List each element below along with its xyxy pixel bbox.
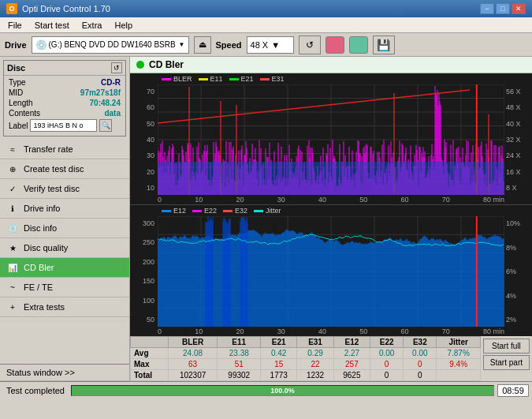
disc-info-icon: 💿 xyxy=(6,222,19,234)
legend-e22: E22 xyxy=(204,207,217,215)
extra-tests-label: Extra tests xyxy=(24,302,65,312)
create-test-disc-icon: ⊕ xyxy=(6,163,19,175)
chart2-yaxis-right: 10%8%6%4%2% xyxy=(504,216,532,327)
menu-file[interactable]: File xyxy=(3,20,27,31)
verify-test-disc-label: Verify test disc xyxy=(24,184,80,193)
menu-help[interactable]: Help xyxy=(110,20,137,31)
extra-tests-icon: + xyxy=(6,301,19,313)
legend-e12: E12 xyxy=(173,207,186,215)
legend-jitter: Jitter xyxy=(266,207,281,215)
stats-row-max: Max 635115 222570 09.4% xyxy=(131,359,481,370)
chart1-canvas xyxy=(158,84,504,195)
chart1-wrapper: BLER E11 E21 E31 xyxy=(130,73,532,205)
charts-container: BLER E11 E21 E31 xyxy=(130,73,532,336)
status-window-button[interactable]: Status window >> xyxy=(0,364,129,381)
refresh-button[interactable]: ↺ xyxy=(299,36,321,54)
disc-refresh-button[interactable]: ↺ xyxy=(111,62,122,73)
status-message: Test completed xyxy=(3,386,68,395)
eject-button[interactable]: ⏏ xyxy=(194,36,211,54)
drive-bar: Drive 💿 (G:) BENQ DVD DD DW1640 BSRB ▼ ⏏… xyxy=(0,33,532,57)
status-window-label: Status window >> xyxy=(6,368,75,377)
disc-length-key: Length xyxy=(9,99,33,107)
legend-e32: E32 xyxy=(235,207,247,215)
transfer-rate-icon: ≈ xyxy=(6,143,19,155)
maximize-button[interactable]: □ xyxy=(496,3,510,14)
disc-mid-key: MID xyxy=(9,88,23,97)
sidebar-item-cd-bler[interactable]: 📊 CD Bler xyxy=(0,258,129,278)
minimize-button[interactable]: − xyxy=(480,3,494,14)
legend-bler: BLER xyxy=(173,75,192,83)
drive-label: Drive xyxy=(5,40,27,50)
sidebar-item-disc-info[interactable]: 💿 Disc info xyxy=(0,219,129,238)
create-test-disc-label: Create test disc xyxy=(24,164,84,174)
chart2-yaxis: 30025020015010050 xyxy=(130,216,158,327)
stats-row-total: Total 102307993021773 123296250 0 xyxy=(131,370,481,381)
start-part-button[interactable]: Start part xyxy=(483,355,530,370)
stats-table: BLER E11 E21 E31 E12 E22 E32 Jitter Avg xyxy=(130,336,481,381)
disc-quality-icon: ★ xyxy=(6,241,19,254)
sidebar: Disc ↺ Type CD-R MID 97m27s18f Length 70… xyxy=(0,57,130,381)
disc-quality-label: Disc quality xyxy=(24,243,68,253)
app-icon: O xyxy=(6,3,17,14)
fe-te-label: FE / TE xyxy=(24,282,53,292)
drive-info-icon: ℹ xyxy=(6,202,19,215)
disc-type-key: Type xyxy=(9,78,26,87)
chart2-xaxis: 01020304050607080 min xyxy=(130,327,532,336)
color-button-2[interactable] xyxy=(349,36,368,54)
content-area: CD Bler BLER E11 E21 xyxy=(130,57,532,381)
col-header-e11: E11 xyxy=(218,337,261,348)
chart1-yaxis-right: 56 X48 X40 X32 X24 X16 X8 X xyxy=(504,84,532,195)
disc-panel: Disc ↺ Type CD-R MID 97m27s18f Length 70… xyxy=(3,60,126,137)
speed-value: 48 X xyxy=(251,40,269,50)
progress-fill: 100.0% xyxy=(72,386,493,395)
drive-select[interactable]: 💿 (G:) BENQ DVD DD DW1640 BSRB ▼ xyxy=(32,36,189,54)
disc-mid-value: 97m27s18f xyxy=(80,88,121,97)
cd-bler-icon: 📊 xyxy=(6,261,19,274)
close-button[interactable]: ✕ xyxy=(512,3,526,14)
stats-area: BLER E11 E21 E31 E12 E22 E32 Jitter Avg xyxy=(130,336,532,381)
start-full-button[interactable]: Start full xyxy=(483,339,530,354)
chevron-down-icon: ▼ xyxy=(179,41,185,48)
chart1-legend: BLER E11 E21 E31 xyxy=(130,73,532,84)
progress-text: 100.0% xyxy=(270,387,295,395)
chart1-yaxis: 70605040302010 xyxy=(130,84,158,195)
chart-indicator xyxy=(136,61,144,69)
disc-contents-value: data xyxy=(104,109,121,118)
drive-select-text: (G:) BENQ DVD DD DW1640 BSRB xyxy=(49,40,177,49)
col-header-empty xyxy=(131,337,169,348)
disc-panel-title: Disc xyxy=(7,63,25,73)
col-header-jitter: Jitter xyxy=(437,337,480,348)
drive-icon: 💿 xyxy=(35,39,47,51)
speed-chevron-icon: ▼ xyxy=(271,40,280,50)
sidebar-item-verify-test-disc[interactable]: ✓ Verify test disc xyxy=(0,179,129,199)
transfer-rate-label: Transfer rate xyxy=(24,144,73,154)
menu-bar: File Start test Extra Help xyxy=(0,17,532,33)
sidebar-item-disc-quality[interactable]: ★ Disc quality xyxy=(0,238,129,258)
time-display: 08:59 xyxy=(497,384,529,397)
menu-extra[interactable]: Extra xyxy=(77,20,107,31)
color-button-1[interactable] xyxy=(326,36,344,54)
sidebar-item-extra-tests[interactable]: + Extra tests xyxy=(0,297,129,317)
chart2-legend: E12 E22 E32 Jitter xyxy=(130,205,532,216)
speed-select[interactable]: 48 X ▼ xyxy=(247,36,294,54)
disc-contents-key: Contents xyxy=(9,109,40,118)
save-button[interactable]: 💾 xyxy=(373,36,395,54)
col-header-e22: E22 xyxy=(370,337,404,348)
fe-te-icon: ~ xyxy=(6,281,19,294)
menu-start-test[interactable]: Start test xyxy=(30,20,74,31)
col-header-e21: E21 xyxy=(261,337,297,348)
disc-type-value: CD-R xyxy=(101,78,121,87)
disc-info-label: Disc info xyxy=(24,223,57,233)
title-bar: O Opti Drive Control 1.70 − □ ✕ xyxy=(0,0,532,17)
disc-label-icon-button[interactable]: 🔍 xyxy=(99,119,112,132)
sidebar-item-create-test-disc[interactable]: ⊕ Create test disc xyxy=(0,159,129,179)
sidebar-item-transfer-rate[interactable]: ≈ Transfer rate xyxy=(0,140,129,159)
sidebar-item-fe-te[interactable]: ~ FE / TE xyxy=(0,278,129,297)
col-header-bler: BLER xyxy=(168,337,218,348)
verify-test-disc-icon: ✓ xyxy=(6,182,19,195)
disc-label-input[interactable] xyxy=(30,119,97,132)
speed-label: Speed xyxy=(216,40,242,50)
disc-length-value: 70:48.24 xyxy=(90,99,121,107)
col-header-e31: E31 xyxy=(297,337,333,348)
sidebar-item-drive-info[interactable]: ℹ Drive info xyxy=(0,199,129,219)
